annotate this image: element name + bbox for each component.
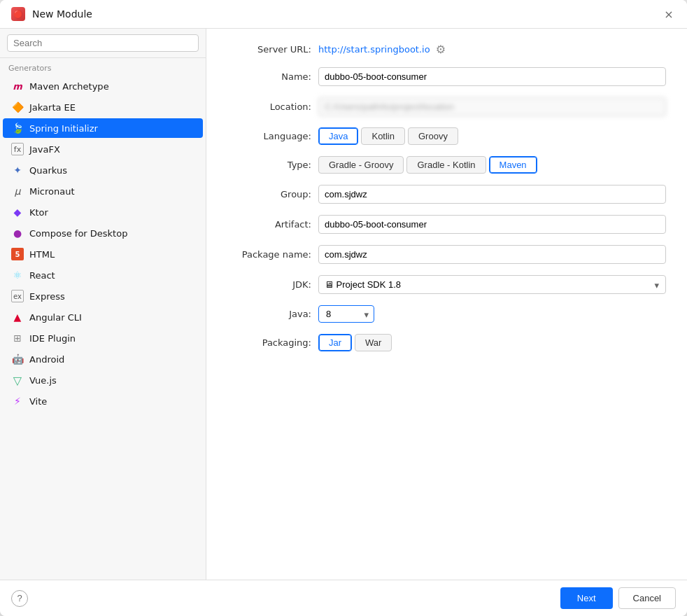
close-button[interactable]: × [662,7,676,21]
jdk-control: 🖥 Project SDK 1.8 [318,275,666,294]
language-java-btn[interactable]: Java [318,127,358,145]
artifact-input[interactable] [318,215,666,234]
dialog-title: New Module [32,8,655,20]
sidebar-item-react[interactable]: ⚛ React [3,265,203,285]
java-control: 8 11 17 21 [318,305,666,323]
sidebar-item-html[interactable]: 5 HTML [3,244,203,264]
next-button[interactable]: Next [560,587,613,609]
help-button[interactable]: ? [11,590,28,607]
java-select-wrapper: 8 11 17 21 [318,305,374,323]
sidebar-item-label: Vue.js [29,375,57,386]
title-bar: 🔴 New Module × [0,0,687,29]
location-row: Location: [227,97,666,116]
name-input[interactable] [318,67,666,86]
javafx-icon: fx [11,143,24,155]
micronaut-icon: μ [11,185,24,197]
generators-label: Generators [0,58,206,76]
server-url-row: Server URL: http://start.springboot.io ⚙ [227,43,666,56]
location-control [318,97,666,116]
server-url-label: Server URL: [227,44,311,55]
package-name-row: Package name: [227,245,666,264]
type-gradle-groovy-btn[interactable]: Gradle - Groovy [318,156,404,174]
language-button-group: Java Kotlin Groovy [318,127,666,145]
sidebar-item-javafx[interactable]: fx JavaFX [3,139,203,159]
packaging-war-btn[interactable]: War [355,334,392,351]
package-name-control [318,245,666,264]
jdk-select-wrapper: 🖥 Project SDK 1.8 [318,275,666,294]
name-row: Name: [227,67,666,86]
packaging-jar-btn[interactable]: Jar [318,334,352,351]
sidebar-item-ktor[interactable]: ◆ Ktor [3,202,203,222]
language-label: Language: [227,131,311,141]
jakarta-icon: 🔶 [11,101,24,113]
type-label: Type: [227,160,311,170]
sidebar-item-spring-initializr[interactable]: 🍃 Spring Initializr [3,118,203,138]
location-input[interactable] [318,97,666,116]
action-buttons: Next Cancel [560,587,676,609]
sidebar-item-label: Jakarta EE [29,102,76,113]
language-control: Java Kotlin Groovy [318,127,666,145]
server-url-control: http://start.springboot.io ⚙ [318,43,666,56]
java-row: Java: 8 11 17 21 [227,305,666,323]
sidebar-item-express[interactable]: ex Express [3,286,203,306]
jdk-select[interactable]: 🖥 Project SDK 1.8 [318,275,666,294]
sidebar-item-label: Compose for Desktop [29,228,127,239]
html-icon: 5 [11,248,24,260]
sidebar-item-android[interactable]: 🤖 Android [3,349,203,369]
sidebar-item-micronaut[interactable]: μ Micronaut [3,181,203,201]
gear-icon[interactable]: ⚙ [436,43,446,56]
sidebar-item-label: Vite [29,396,47,407]
group-input[interactable] [318,185,666,204]
type-maven-btn[interactable]: Maven [489,156,537,174]
type-gradle-kotlin-btn[interactable]: Gradle - Kotlin [406,156,486,174]
language-kotlin-btn[interactable]: Kotlin [361,127,405,145]
express-icon: ex [11,290,24,302]
main-panel: Server URL: http://start.springboot.io ⚙… [206,29,687,580]
sidebar-item-maven-archetype[interactable]: m Maven Archetype [3,76,203,96]
form-area: Server URL: http://start.springboot.io ⚙… [206,29,687,580]
angular-icon: ▲ [11,311,24,323]
sidebar-item-label: Express [29,291,65,302]
sidebar-item-quarkus[interactable]: ✦ Quarkus [3,160,203,180]
spring-icon: 🍃 [11,122,24,134]
sidebar-item-ide-plugin[interactable]: ⊞ IDE Plugin [3,328,203,348]
search-input[interactable] [7,34,199,52]
new-module-dialog: 🔴 New Module × Generators m Maven Archet… [0,0,687,616]
artifact-control [318,215,666,234]
sidebar-item-vite[interactable]: ⚡ Vite [3,391,203,411]
java-select[interactable]: 8 11 17 21 [318,305,374,323]
bottom-bar: ? Next Cancel [0,580,687,616]
sidebar-item-label: Ktor [29,207,48,218]
sidebar-item-compose-desktop[interactable]: ● Compose for Desktop [3,223,203,243]
sidebar-item-label: Micronaut [29,186,75,197]
name-label: Name: [227,71,311,82]
sidebar-item-jakarta-ee[interactable]: 🔶 Jakarta EE [3,97,203,117]
sidebar-item-angular-cli[interactable]: ▲ Angular CLI [3,307,203,327]
cancel-button[interactable]: Cancel [618,587,676,609]
language-row: Language: Java Kotlin Groovy [227,127,666,145]
jdk-row: JDK: 🖥 Project SDK 1.8 [227,275,666,294]
react-icon: ⚛ [11,269,24,281]
java-label: Java: [227,309,311,319]
server-url-link[interactable]: http://start.springboot.io [318,44,430,55]
app-icon: 🔴 [11,7,25,21]
android-icon: 🤖 [11,353,24,365]
packaging-button-group: Jar War [318,334,666,351]
sidebar-item-label: Android [29,354,64,365]
search-bar [0,29,206,58]
artifact-label: Artifact: [227,219,311,230]
type-button-group: Gradle - Groovy Gradle - Kotlin Maven [318,156,666,174]
sidebar-item-label: Maven Archetype [29,81,109,92]
sidebar-item-label: Angular CLI [29,312,82,323]
language-groovy-btn[interactable]: Groovy [408,127,458,145]
vue-icon: ▽ [11,374,24,386]
vite-icon: ⚡ [11,395,24,407]
package-name-label: Package name: [227,249,311,260]
sidebar-item-vuejs[interactable]: ▽ Vue.js [3,370,203,390]
sidebar-item-label: React [29,270,55,281]
location-label: Location: [227,102,311,112]
ktor-icon: ◆ [11,206,24,218]
group-row: Group: [227,185,666,204]
name-control [318,67,666,86]
package-name-input[interactable] [318,245,666,264]
